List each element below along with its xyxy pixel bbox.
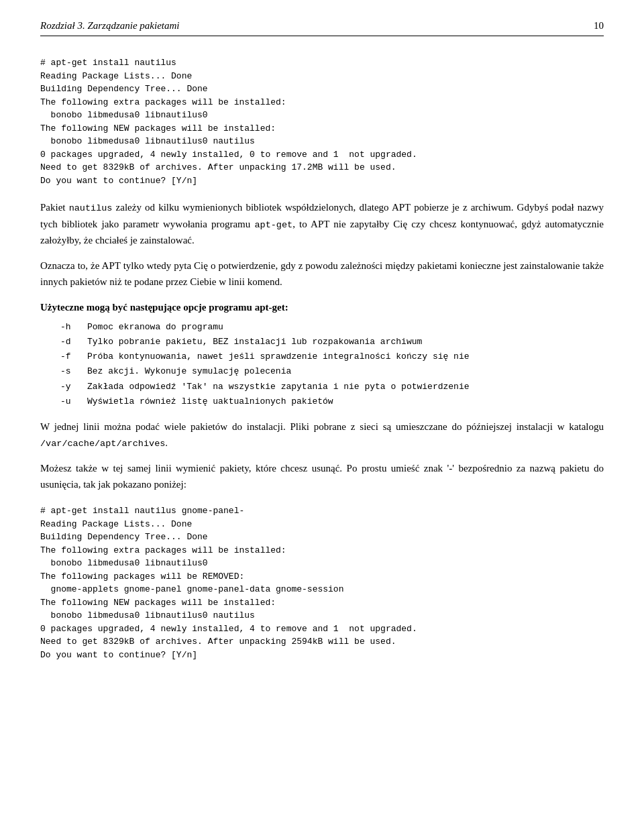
option-flag-f: -f — [60, 349, 87, 364]
option-desc-f: Próba kontynuowania, nawet jeśli sprawdz… — [87, 349, 470, 364]
option-y: -y Zakłada odpowiedź 'Tak' na wszystkie … — [60, 380, 604, 394]
prose-text-4: Możesz także w tej samej linii wymienić … — [40, 463, 604, 490]
option-desc-y: Zakłada odpowiedź 'Tak' na wszystkie zap… — [87, 380, 470, 394]
prose-text-3a: W jednej linii można podać wiele pakietó… — [40, 421, 604, 432]
option-u: -u Wyświetla również listę uaktualnionyc… — [60, 394, 604, 409]
prose-paragraph-2: Oznacza to, że APT tylko wtedy pyta Cię … — [40, 258, 604, 290]
option-flag-u: -u — [60, 394, 87, 409]
section-title: Użyteczne mogą być następujące opcje pro… — [40, 302, 604, 313]
option-flag-s: -s — [60, 364, 87, 379]
code-block-2: # apt-get install nautilus gnome-panel- … — [40, 504, 604, 661]
prose-text-3b: . — [165, 437, 168, 448]
option-desc-u: Wyświetla również listę uaktualnionych p… — [87, 394, 333, 409]
option-d: -d Tylko pobranie pakietu, BEZ instalacj… — [60, 335, 604, 349]
prose-paragraph-1: Pakiet nautilus zależy od kilku wymienio… — [40, 199, 604, 248]
page-header: Rozdział 3. Zarządzanie pakietami 10 — [40, 20, 604, 36]
option-desc-s: Bez akcji. Wykonuje symulację polecenia — [87, 364, 291, 379]
option-flag-y: -y — [60, 380, 87, 394]
prose-text-2: Oznacza to, że APT tylko wtedy pyta Cię … — [40, 260, 604, 287]
prose-paragraph-3: W jednej linii można podać wiele pakietó… — [40, 419, 604, 451]
page: Rozdział 3. Zarządzanie pakietami 10 # a… — [0, 0, 644, 821]
page-number: 10 — [594, 20, 604, 32]
option-s: -s Bez akcji. Wykonuje symulację polecen… — [60, 364, 604, 379]
code-block-1: # apt-get install nautilus Reading Packa… — [40, 56, 604, 187]
chapter-title: Rozdział 3. Zarządzanie pakietami — [40, 20, 180, 32]
options-table: -h Pomoc ekranowa do programu -d Tylko p… — [60, 320, 604, 409]
option-f: -f Próba kontynuowania, nawet jeśli spra… — [60, 349, 604, 364]
option-desc-d: Tylko pobranie pakietu, BEZ instalacji l… — [87, 335, 422, 349]
option-desc-h: Pomoc ekranowa do programu — [87, 320, 223, 335]
prose-text-1: Pakiet nautilus zależy od kilku wymienio… — [40, 202, 604, 245]
inline-code-archives: /var/cache/apt/archives — [40, 439, 165, 449]
prose-paragraph-4: Możesz także w tej samej linii wymienić … — [40, 460, 604, 492]
option-flag-d: -d — [60, 335, 87, 349]
option-flag-h: -h — [60, 320, 87, 335]
option-h: -h Pomoc ekranowa do programu — [60, 320, 604, 335]
